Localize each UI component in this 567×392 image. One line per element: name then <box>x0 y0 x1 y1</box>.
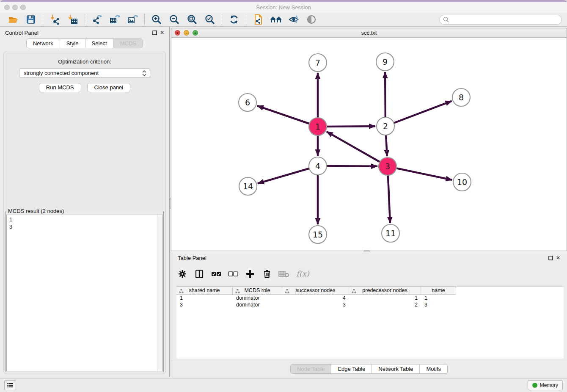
home-layout-icon[interactable] <box>267 13 285 26</box>
network-canvas[interactable]: 7968124314101511 <box>171 38 567 251</box>
deselect-all-checkboxes-icon[interactable] <box>227 268 239 280</box>
search-box <box>439 15 562 25</box>
graph-node-10[interactable]: 10 <box>453 173 471 191</box>
graph-node-9[interactable]: 9 <box>376 53 394 71</box>
hide-panel-eye-icon[interactable] <box>285 13 303 26</box>
float-table-panel-icon[interactable] <box>548 256 553 260</box>
control-panel-tabs: NetworkStyleSelectMCDS <box>26 39 143 48</box>
graph-node-6[interactable]: 6 <box>239 94 256 111</box>
graph-node-1[interactable]: 1 <box>309 118 327 135</box>
delete-table-icon[interactable] <box>278 268 290 280</box>
graph-node-label: 15 <box>313 230 323 239</box>
search-icon <box>443 17 449 22</box>
table-cell: dominator <box>233 295 282 301</box>
add-row-icon[interactable] <box>244 268 256 280</box>
minimize-window-button[interactable] <box>12 5 18 10</box>
mcds-result-list[interactable]: 1 3 <box>6 215 163 371</box>
mcds-result-group: MCDS result (2 nodes) 1 3 <box>6 208 164 372</box>
tab-network-table[interactable]: Network Table <box>372 364 419 373</box>
control-panel-title: Control Panel <box>5 30 39 36</box>
column-header-predecessor-nodes[interactable]: predecessor nodes <box>349 287 421 295</box>
table-cell: 4 <box>282 295 349 301</box>
table-cell: 3 <box>282 301 349 308</box>
close-panel-icon[interactable]: ✕ <box>160 30 164 35</box>
network-minimize-button[interactable]: – <box>184 30 189 36</box>
import-table-icon[interactable] <box>64 13 82 26</box>
control-panel-header: Control Panel ✕ <box>0 27 169 39</box>
select-all-checkboxes-icon[interactable] <box>210 268 223 280</box>
export-image-icon[interactable] <box>124 13 141 26</box>
function-builder-fx-icon[interactable]: f(x) <box>295 268 313 280</box>
tab-node-table[interactable]: Node Table <box>291 364 331 373</box>
tab-edge-table[interactable]: Edge Table <box>331 364 372 373</box>
run-mcds-button[interactable]: Run MCDS <box>39 83 81 92</box>
toolbar-separator <box>144 14 145 25</box>
export-network-icon[interactable] <box>88 13 106 26</box>
column-label: predecessor nodes <box>362 287 407 293</box>
tab-network[interactable]: Network <box>27 39 60 48</box>
network-file-icon[interactable] <box>249 13 267 26</box>
column-header-shared-name[interactable]: shared name <box>176 287 233 295</box>
graph-node-11[interactable]: 11 <box>382 224 399 242</box>
graph-node-2[interactable]: 2 <box>377 117 394 135</box>
graph-edge-1-6[interactable] <box>257 106 318 127</box>
graph-node-3[interactable]: 3 <box>379 157 396 175</box>
table-row[interactable]: 1dominator411 <box>176 295 564 301</box>
export-table-icon[interactable] <box>106 13 124 26</box>
memory-button[interactable]: Memory <box>528 380 563 390</box>
import-network-icon[interactable] <box>46 13 64 26</box>
column-header-successor-nodes[interactable]: successor nodes <box>282 287 349 295</box>
graph-edge-3-10[interactable] <box>388 166 452 180</box>
search-input[interactable] <box>451 17 558 23</box>
graph-node-15[interactable]: 15 <box>309 226 327 243</box>
graph-node-8[interactable]: 8 <box>452 88 470 106</box>
task-history-button[interactable] <box>4 380 16 390</box>
open-session-icon[interactable] <box>4 13 22 26</box>
graph-node-7[interactable]: 7 <box>309 54 327 72</box>
toolbar-separator <box>85 14 85 25</box>
float-panel-icon[interactable] <box>152 30 157 35</box>
optimization-criterion-select[interactable]: strongly connected component <box>19 68 150 78</box>
tab-motifs[interactable]: Motifs <box>419 364 447 373</box>
graph-node-label: 4 <box>315 161 320 171</box>
refresh-layout-icon[interactable] <box>225 13 243 26</box>
column-layout-icon[interactable] <box>193 268 206 280</box>
table-panel-header: Table Panel ✕ <box>171 252 567 264</box>
zoom-window-button[interactable] <box>20 5 26 10</box>
mcds-result-title: MCDS result (2 nodes) <box>7 208 65 214</box>
show-eye-icon[interactable] <box>303 13 320 26</box>
table-body: 1dominator4113dominator323 <box>176 295 564 308</box>
graph-node-14[interactable]: 14 <box>239 177 257 195</box>
delete-row-trash-icon[interactable] <box>261 268 273 280</box>
table-cell: 3 <box>421 301 456 308</box>
graph-edge-2-8[interactable] <box>385 101 452 126</box>
mcds-result-values: 1 3 <box>7 215 162 231</box>
window-traffic-lights <box>4 5 26 10</box>
control-panel: Control Panel ✕ NetworkStyleSelectMCDS O… <box>0 27 169 377</box>
tab-style[interactable]: Style <box>60 39 85 48</box>
zoom-fit-icon[interactable] <box>183 13 201 26</box>
zoom-out-icon[interactable] <box>165 13 183 26</box>
close-panel-button[interactable]: Close panel <box>87 83 131 92</box>
network-close-button[interactable]: x <box>175 30 180 36</box>
table-row[interactable]: 3dominator323 <box>176 301 564 308</box>
graph-edge-4-14[interactable] <box>258 166 318 183</box>
tab-mcds[interactable]: MCDS <box>113 39 143 48</box>
zoom-selected-icon[interactable] <box>201 13 219 26</box>
save-session-icon[interactable] <box>22 13 40 26</box>
table-settings-gear-icon[interactable] <box>176 268 189 280</box>
column-header-MCDS-role[interactable]: MCDS role <box>233 287 282 295</box>
graph-edge-3-1[interactable] <box>327 132 388 166</box>
network-zoom-button[interactable]: + <box>193 30 198 36</box>
node-table[interactable]: shared nameMCDS rolesuccessor nodesprede… <box>176 286 564 359</box>
zoom-in-icon[interactable] <box>148 13 165 26</box>
network-graph: 7968124314101511 <box>171 38 567 251</box>
close-table-panel-icon[interactable]: ✕ <box>556 255 560 260</box>
close-window-button[interactable] <box>4 5 10 10</box>
memory-status-dot <box>532 383 537 388</box>
column-header-name[interactable]: name <box>421 287 456 295</box>
network-window-titlebar[interactable]: x – + scc.txt <box>171 28 567 38</box>
graph-node-4[interactable]: 4 <box>309 157 327 175</box>
result-scrollbar[interactable] <box>157 215 162 371</box>
tab-select[interactable]: Select <box>85 39 113 48</box>
